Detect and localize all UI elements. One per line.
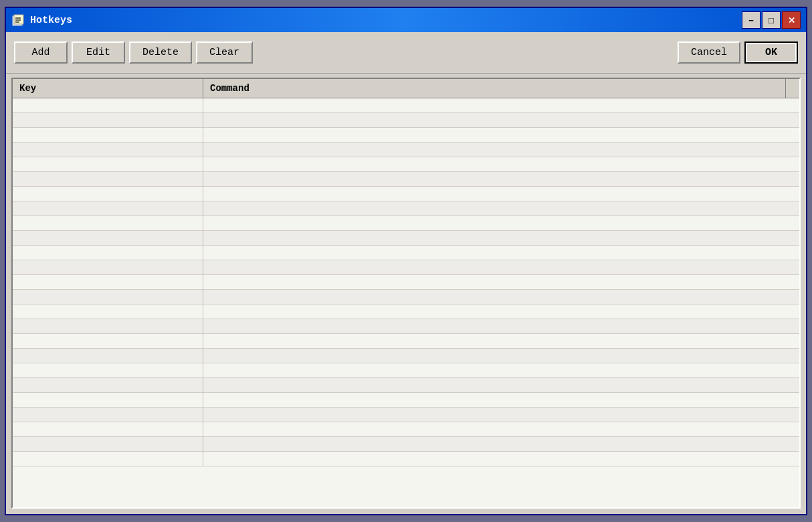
key-cell xyxy=(13,290,203,304)
table-row[interactable] xyxy=(13,98,799,113)
command-cell xyxy=(203,422,799,436)
table-row[interactable] xyxy=(13,157,799,172)
key-cell xyxy=(13,128,203,142)
command-cell xyxy=(203,113,799,127)
table-row[interactable] xyxy=(13,187,799,201)
table-body[interactable] xyxy=(13,98,799,507)
key-cell xyxy=(13,334,203,348)
table-row[interactable] xyxy=(13,349,799,363)
key-cell xyxy=(13,157,203,171)
table-row[interactable] xyxy=(13,363,799,378)
command-cell xyxy=(203,128,799,142)
command-cell xyxy=(203,172,799,186)
key-cell xyxy=(13,437,203,451)
key-cell xyxy=(13,246,203,260)
table-row[interactable] xyxy=(13,334,799,349)
hotkeys-window: Hotkeys − □ ✕ Add Edit Delete Clear Canc… xyxy=(5,7,807,515)
table-row[interactable] xyxy=(13,304,799,319)
add-button[interactable]: Add xyxy=(14,41,68,64)
table-row[interactable] xyxy=(13,231,799,246)
command-cell xyxy=(203,437,799,451)
hotkeys-table: Key Command xyxy=(11,78,801,509)
table-row[interactable] xyxy=(13,113,799,128)
table-row[interactable] xyxy=(13,437,799,452)
command-cell xyxy=(203,408,799,422)
key-cell xyxy=(13,408,203,422)
cancel-button[interactable]: Cancel xyxy=(678,41,740,64)
close-button[interactable]: ✕ xyxy=(782,11,801,29)
command-cell xyxy=(203,304,799,319)
command-cell xyxy=(203,231,799,245)
table-row[interactable] xyxy=(13,378,799,393)
table-row[interactable] xyxy=(13,275,799,290)
key-cell xyxy=(13,172,203,186)
key-cell xyxy=(13,349,203,363)
command-cell xyxy=(203,349,799,363)
command-cell xyxy=(203,393,799,407)
maximize-button[interactable]: □ xyxy=(762,11,781,29)
toolbar-right: Cancel OK xyxy=(678,41,798,64)
key-cell xyxy=(13,216,203,230)
command-column-header: Command xyxy=(203,79,786,98)
command-cell xyxy=(203,216,799,230)
command-cell xyxy=(203,157,799,171)
minimize-button[interactable]: − xyxy=(742,11,760,29)
content-area: Key Command xyxy=(6,74,806,514)
key-cell xyxy=(13,378,203,392)
command-cell xyxy=(203,319,799,333)
table-row[interactable] xyxy=(13,128,799,143)
scroll-column-header xyxy=(786,79,799,98)
key-cell xyxy=(13,98,203,112)
table-row[interactable] xyxy=(13,172,799,187)
command-cell xyxy=(203,334,799,348)
table-row[interactable] xyxy=(13,422,799,437)
key-cell xyxy=(13,187,203,201)
table-row[interactable] xyxy=(13,290,799,304)
key-cell xyxy=(13,319,203,333)
key-cell xyxy=(13,422,203,436)
command-cell xyxy=(203,275,799,289)
command-cell xyxy=(203,452,799,466)
toolbar-left: Add Edit Delete Clear xyxy=(14,41,253,64)
key-cell xyxy=(13,304,203,319)
command-cell xyxy=(203,187,799,201)
command-cell xyxy=(203,378,799,392)
table-row[interactable] xyxy=(13,319,799,334)
table-row[interactable] xyxy=(13,216,799,231)
command-cell xyxy=(203,363,799,377)
command-cell xyxy=(203,98,799,112)
key-cell xyxy=(13,201,203,215)
key-cell xyxy=(13,363,203,377)
table-row[interactable] xyxy=(13,408,799,422)
window-controls: − □ ✕ xyxy=(742,11,801,29)
key-cell xyxy=(13,143,203,157)
table-header: Key Command xyxy=(13,79,799,98)
key-cell xyxy=(13,231,203,245)
clear-button[interactable]: Clear xyxy=(196,41,253,64)
key-column-header: Key xyxy=(13,79,203,98)
title-bar: Hotkeys − □ ✕ xyxy=(6,8,806,32)
key-cell xyxy=(13,452,203,466)
toolbar: Add Edit Delete Clear Cancel OK xyxy=(6,32,806,74)
command-cell xyxy=(203,260,799,274)
table-row[interactable] xyxy=(13,201,799,216)
command-cell xyxy=(203,143,799,157)
table-row[interactable] xyxy=(13,260,799,275)
table-row[interactable] xyxy=(13,393,799,408)
key-cell xyxy=(13,260,203,274)
ok-button[interactable]: OK xyxy=(744,41,798,64)
key-cell xyxy=(13,393,203,407)
table-row[interactable] xyxy=(13,246,799,260)
command-cell xyxy=(203,246,799,260)
table-row[interactable] xyxy=(13,143,799,157)
window-icon xyxy=(11,13,25,27)
key-cell xyxy=(13,275,203,289)
window-title: Hotkeys xyxy=(30,15,742,26)
table-row[interactable] xyxy=(13,452,799,466)
command-cell xyxy=(203,290,799,304)
edit-button[interactable]: Edit xyxy=(72,41,125,64)
key-cell xyxy=(13,113,203,127)
command-cell xyxy=(203,201,799,215)
delete-button[interactable]: Delete xyxy=(129,41,192,64)
svg-rect-1 xyxy=(14,15,23,24)
